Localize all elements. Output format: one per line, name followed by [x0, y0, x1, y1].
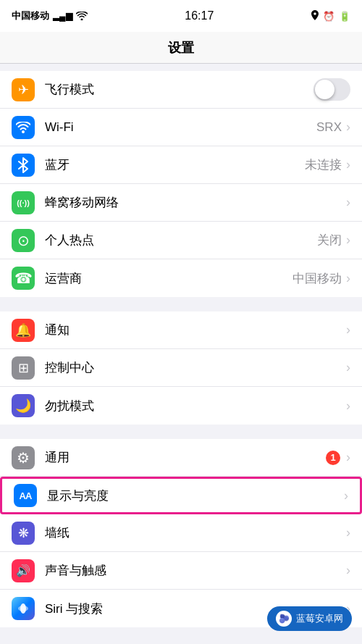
- carrier-value: 中国移动: [292, 270, 342, 287]
- general-chevron: ›: [346, 450, 350, 465]
- hotspot-chevron: ›: [346, 233, 350, 248]
- hotspot-value: 关闭: [317, 232, 342, 248]
- sounds-row-icon: 🔊: [12, 559, 35, 582]
- cellular-row-icon: ((·)): [12, 191, 35, 214]
- location-icon: [311, 10, 319, 22]
- wifi-row-icon: [12, 116, 35, 139]
- carrier-row-icon: ☎: [12, 267, 35, 290]
- sounds-label: 声音与触感: [45, 562, 346, 579]
- watermark: 🫐 蓝莓安卓网: [267, 606, 352, 631]
- row-wifi[interactable]: Wi-Fi SRX ›: [0, 109, 362, 146]
- page-title: 设置: [168, 39, 194, 57]
- donotdisturb-chevron: ›: [346, 398, 350, 414]
- carrier-chevron: ›: [346, 271, 350, 286]
- display-label: 显示与亮度: [47, 488, 344, 504]
- carrier-label: 运营商: [45, 270, 292, 287]
- bluetooth-row-icon: [12, 154, 35, 177]
- sounds-chevron: ›: [346, 563, 350, 578]
- general-row-icon: ⚙: [12, 446, 35, 469]
- general-label: 通用: [45, 449, 326, 466]
- svg-point-1: [18, 606, 28, 611]
- bluetooth-value: 未连接: [305, 156, 342, 173]
- status-bar: 中国移动 ▂▄▆ 16:17 ⏰ 🔋: [0, 0, 362, 32]
- notifications-label: 通知: [45, 322, 346, 338]
- nav-bar: 设置: [0, 32, 362, 64]
- row-airplane[interactable]: ✈ 飞行模式: [0, 71, 362, 109]
- status-bar-time: 16:17: [185, 9, 214, 22]
- spacer-1: [0, 297, 362, 304]
- controlcenter-chevron: ›: [346, 360, 350, 375]
- status-bar-left: 中国移动 ▂▄▆: [12, 9, 88, 22]
- spacer-2: [0, 425, 362, 432]
- row-cellular[interactable]: ((·)) 蜂窝移动网络 ›: [0, 184, 362, 222]
- wallpaper-label: 墙纸: [45, 524, 346, 541]
- general-badge: 1: [326, 451, 340, 465]
- cellular-chevron: ›: [346, 195, 350, 210]
- settings-content: ✈ 飞行模式 Wi-Fi SRX ›: [0, 71, 362, 627]
- wallpaper-chevron: ›: [346, 525, 350, 540]
- wallpaper-row-icon: ❋: [12, 522, 35, 545]
- bluetooth-label: 蓝牙: [45, 156, 305, 173]
- hotspot-row-icon: ⊙: [12, 229, 35, 252]
- wifi-icon: [76, 10, 88, 22]
- row-carrier[interactable]: ☎ 运营商 中国移动 ›: [0, 259, 362, 297]
- hotspot-label: 个人热点: [45, 232, 317, 248]
- section-system2: ⚙ 通用 1 › AA 显示与亮度 › ❋ 墙纸 › 🔊 声音与触感 ›: [0, 439, 362, 627]
- signal-icon: ▂▄▆: [53, 11, 72, 21]
- notifications-row-icon: 🔔: [12, 319, 35, 342]
- wifi-chevron: ›: [346, 120, 350, 135]
- row-controlcenter[interactable]: ⊞ 控制中心 ›: [0, 349, 362, 387]
- row-sounds[interactable]: 🔊 声音与触感 ›: [0, 552, 362, 590]
- display-chevron: ›: [344, 488, 348, 503]
- cellular-label: 蜂窝移动网络: [45, 194, 346, 211]
- section-network: ✈ 飞行模式 Wi-Fi SRX ›: [0, 71, 362, 297]
- siri-row-icon: [12, 597, 35, 620]
- carrier-text: 中国移动: [12, 9, 49, 22]
- donotdisturb-row-icon: 🌙: [12, 394, 35, 417]
- airplane-label: 飞行模式: [45, 81, 313, 98]
- wifi-value: SRX: [316, 120, 342, 135]
- controlcenter-label: 控制中心: [45, 359, 346, 376]
- display-row-icon: AA: [14, 484, 37, 507]
- row-hotspot[interactable]: ⊙ 个人热点 关闭 ›: [0, 222, 362, 259]
- row-general[interactable]: ⚙ 通用 1 ›: [0, 439, 362, 477]
- row-bluetooth[interactable]: 蓝牙 未连接 ›: [0, 146, 362, 184]
- row-notifications[interactable]: 🔔 通知 ›: [0, 311, 362, 349]
- section-system1: 🔔 通知 › ⊞ 控制中心 › 🌙 勿扰模式 ›: [0, 311, 362, 425]
- watermark-text: 蓝莓安卓网: [296, 612, 343, 625]
- battery-icon: 🔋: [339, 11, 350, 22]
- bluetooth-chevron: ›: [346, 157, 350, 172]
- row-display[interactable]: AA 显示与亮度 ›: [0, 477, 362, 514]
- airplane-toggle[interactable]: [313, 78, 350, 101]
- controlcenter-row-icon: ⊞: [12, 356, 35, 380]
- watermark-icon: 🫐: [276, 611, 292, 627]
- row-wallpaper[interactable]: ❋ 墙纸 ›: [0, 514, 362, 552]
- alarm-icon: ⏰: [323, 11, 334, 22]
- airplane-icon: ✈: [12, 78, 35, 101]
- status-bar-right: ⏰ 🔋: [311, 10, 350, 22]
- donotdisturb-label: 勿扰模式: [45, 398, 346, 414]
- wifi-label: Wi-Fi: [45, 120, 316, 135]
- row-donotdisturb[interactable]: 🌙 勿扰模式 ›: [0, 387, 362, 425]
- notifications-chevron: ›: [346, 322, 350, 338]
